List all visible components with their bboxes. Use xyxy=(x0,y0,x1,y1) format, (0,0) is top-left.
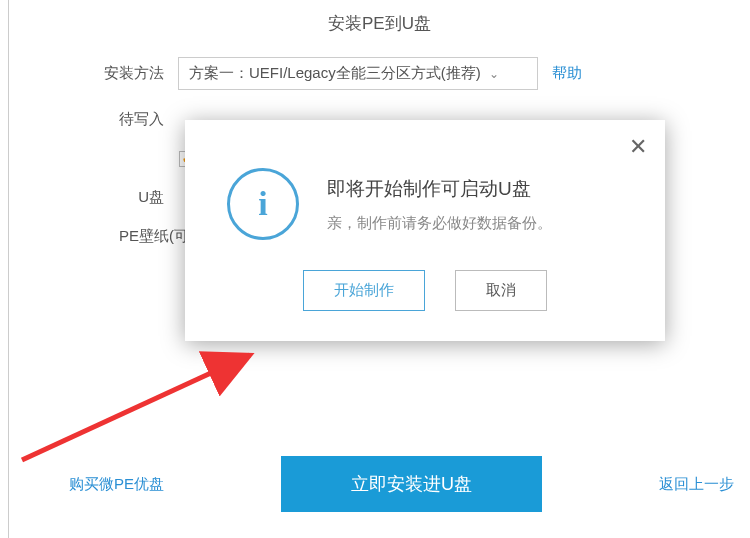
info-icon: i xyxy=(227,168,299,240)
install-button[interactable]: 立即安装进U盘 xyxy=(281,456,542,512)
modal-text: 即将开始制作可启动U盘 亲，制作前请务必做好数据备份。 xyxy=(327,176,552,233)
install-method-select[interactable]: 方案一：UEFI/Legacy全能三分区方式(推荐) ⌄ xyxy=(178,57,538,90)
install-method-label: 安装方法 xyxy=(69,64,164,83)
modal-subtitle: 亲，制作前请务必做好数据备份。 xyxy=(327,214,552,233)
buy-link[interactable]: 购买微PE优盘 xyxy=(69,475,164,494)
back-link[interactable]: 返回上一步 xyxy=(659,475,734,494)
close-icon[interactable]: ✕ xyxy=(629,134,647,160)
bottom-bar: 购买微PE优盘 立即安装进U盘 返回上一步 xyxy=(9,456,750,512)
cancel-button[interactable]: 取消 xyxy=(455,270,547,311)
target-label: 待写入 xyxy=(69,110,164,129)
modal-body: i 即将开始制作可启动U盘 亲，制作前请务必做好数据备份。 xyxy=(213,148,637,270)
help-link[interactable]: 帮助 xyxy=(552,64,582,83)
install-method-value: 方案一：UEFI/Legacy全能三分区方式(推荐) xyxy=(189,64,481,83)
volume-label: U盘 xyxy=(69,188,164,207)
confirm-modal: ✕ i 即将开始制作可启动U盘 亲，制作前请务必做好数据备份。 开始制作 取消 xyxy=(185,120,665,341)
install-method-row: 安装方法 方案一：UEFI/Legacy全能三分区方式(推荐) ⌄ 帮助 xyxy=(9,47,750,100)
confirm-button[interactable]: 开始制作 xyxy=(303,270,425,311)
modal-title: 即将开始制作可启动U盘 xyxy=(327,176,552,202)
modal-actions: 开始制作 取消 xyxy=(213,270,637,311)
wallpaper-label: PE壁纸(可 xyxy=(69,227,189,246)
window-title: 安装PE到U盘 xyxy=(9,0,750,47)
chevron-down-icon: ⌄ xyxy=(489,67,499,81)
